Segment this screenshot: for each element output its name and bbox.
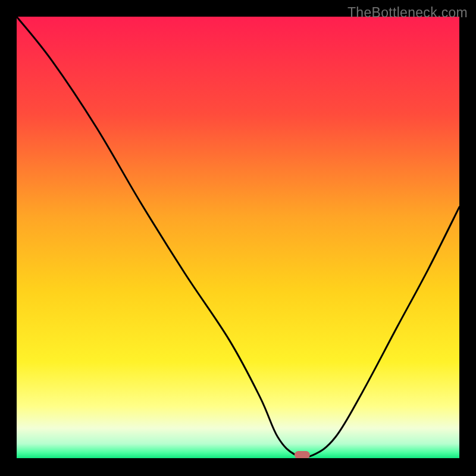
bottleneck-curve bbox=[17, 17, 459, 458]
marker-dot bbox=[295, 451, 310, 459]
plot-area bbox=[17, 17, 459, 459]
watermark-text: TheBottleneck.com bbox=[347, 5, 468, 21]
chart-svg bbox=[17, 17, 459, 459]
